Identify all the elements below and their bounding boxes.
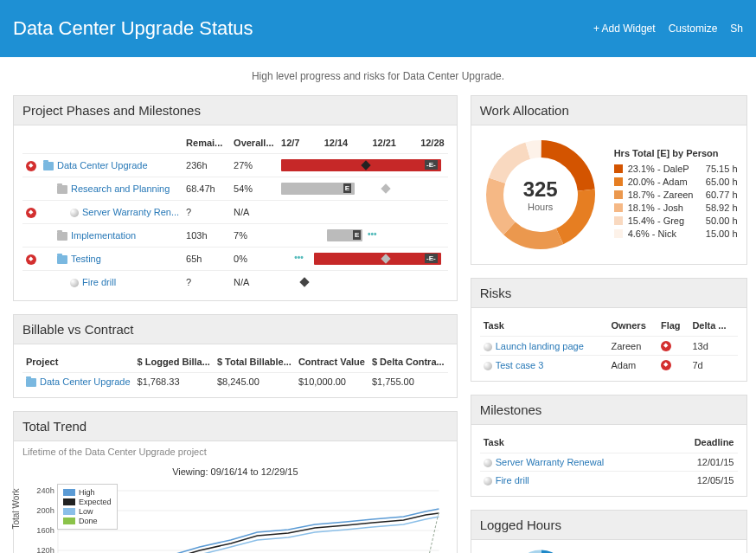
logged-title: Logged Hours [471, 511, 746, 540]
logged-panel: Logged Hours [471, 510, 747, 553]
page-subtitle: High level progress and risks for Data C… [0, 57, 756, 95]
ball-icon [70, 279, 79, 287]
phases-panel: Project Phases and Milestones Remai... O… [13, 95, 458, 301]
svg-text:200h: 200h [36, 506, 54, 515]
trend-subtitle: Lifetime of the Data Center Upgrade proj… [14, 441, 457, 462]
risks-table: Task Owners Flag Delta ... Launch landin… [480, 315, 738, 374]
share-button[interactable]: Sh [730, 23, 743, 35]
folder-icon [57, 185, 67, 194]
task-link[interactable]: Research and Planning [71, 183, 170, 194]
billable-title: Billable vs Contract [14, 315, 457, 344]
task-link[interactable]: Fire drill [82, 277, 116, 287]
flag-icon [661, 360, 671, 370]
folder-icon [26, 378, 36, 387]
phases-table: Remai... Overall... 12/7 12/14 12/21 12/… [22, 132, 448, 293]
legend-item: 18.1% - Josh58.92 h [614, 203, 738, 213]
flag-icon [26, 254, 36, 265]
gantt-bar: E ••• [281, 228, 445, 243]
trend-title: Total Trend [14, 412, 457, 441]
task-link[interactable]: Implementation [71, 230, 136, 241]
logged-donut [480, 547, 601, 553]
chart-legend: High Expected Low Done [57, 484, 118, 530]
dashboard: Project Phases and Milestones Remai... O… [0, 95, 756, 553]
legend-item: 4.6% - Nick15.00 h [614, 228, 738, 239]
col-overall: Overall... [230, 132, 278, 154]
donut-value: 325 [523, 177, 558, 202]
gantt-bar [281, 274, 445, 290]
page-title: Data Center Upgrade Status [13, 17, 253, 40]
table-row: Data Center Upgrade 236h 27% -E- [22, 154, 448, 177]
customize-button[interactable]: Customize [669, 23, 718, 35]
ball-icon [484, 477, 492, 485]
allocation-legend: Hrs Total [E] by Person 23.1% - DaleP75.… [614, 148, 738, 241]
table-row: Research and Planning 68.47h 54% E [22, 177, 448, 201]
table-row: Data Center Upgrade $1,768.33 $8,245.00 … [22, 373, 448, 391]
milestones-title: Milestones [471, 395, 746, 425]
allocation-title: Work Allocation [471, 96, 746, 125]
task-link[interactable]: Testing [71, 254, 101, 264]
task-link[interactable]: Server Warranty Renewal [496, 457, 605, 467]
y-axis-label: Total Work [11, 489, 21, 530]
ball-icon [484, 459, 492, 467]
billable-table: Project $ Logged Billa... $ Total Billab… [22, 351, 448, 390]
gantt-bar: ••• -E- [281, 251, 445, 267]
table-row: Fire drill ? N/A [22, 271, 448, 294]
table-row: Server Warranty Renewal 12/01/15 [480, 453, 738, 472]
folder-icon [57, 232, 67, 241]
table-row: Fire drill 12/05/15 [480, 472, 738, 490]
gantt-bar: E [281, 181, 445, 196]
table-row: Implementation 103h 7% E ••• [22, 224, 448, 248]
table-row: Testing 65h 0% ••• -E- [22, 248, 448, 271]
legend-item: 15.4% - Greg50.00 h [614, 215, 738, 226]
risks-panel: Risks Task Owners Flag Delta ... Launch … [471, 278, 747, 382]
project-link[interactable]: Data Center Upgrade [40, 376, 131, 387]
ball-icon [70, 209, 79, 217]
allocation-panel: Work Allocation 325 Hours [471, 95, 747, 265]
svg-text:120h: 120h [36, 546, 54, 553]
task-link[interactable]: Launch landing page [496, 341, 584, 351]
folder-icon [57, 255, 67, 264]
risks-title: Risks [471, 279, 746, 308]
flag-icon [26, 161, 36, 171]
ball-icon [484, 343, 492, 351]
gantt-bar: -E- [281, 158, 445, 173]
table-row: Server Warranty Ren... ? N/A [22, 201, 448, 224]
gantt-bar [281, 204, 445, 220]
task-link[interactable]: Server Warranty Ren... [82, 207, 179, 217]
task-link[interactable]: Fire drill [496, 475, 529, 485]
table-row: Launch landing page Zareen 13d [480, 337, 738, 356]
billable-panel: Billable vs Contract Project $ Logged Bi… [13, 314, 458, 398]
milestones-table: Task Deadline Server Warranty Renewal 12… [480, 432, 738, 489]
trend-panel: Total Trend Lifetime of the Data Center … [13, 411, 458, 553]
milestones-panel: Milestones Task Deadline Server Warranty… [471, 395, 747, 497]
viewing-range: Viewing: 09/16/14 to 12/29/15 [22, 466, 448, 477]
legend-item: 18.7% - Zareen60.77 h [614, 190, 738, 200]
donut-label: Hours [523, 202, 558, 212]
table-row: Test case 3 Adam 7d [480, 356, 738, 375]
col-remain: Remai... [183, 132, 230, 154]
legend-item: 20.0% - Adam65.00 h [614, 177, 738, 187]
svg-text:240h: 240h [36, 486, 54, 495]
add-widget-button[interactable]: + Add Widget [593, 23, 656, 35]
task-link[interactable]: Data Center Upgrade [57, 160, 148, 170]
svg-text:160h: 160h [36, 526, 54, 535]
flag-icon [26, 208, 36, 218]
header-actions: + Add Widget Customize Sh [593, 23, 743, 35]
allocation-donut: 325 Hours [480, 134, 601, 255]
task-link[interactable]: Test case 3 [496, 360, 544, 370]
legend-item: 23.1% - DaleP75.15 h [614, 164, 738, 174]
phases-title: Project Phases and Milestones [14, 96, 457, 125]
flag-icon [661, 341, 671, 351]
ball-icon [484, 362, 492, 370]
page-header: Data Center Upgrade Status + Add Widget … [0, 0, 756, 57]
folder-icon [43, 162, 54, 170]
